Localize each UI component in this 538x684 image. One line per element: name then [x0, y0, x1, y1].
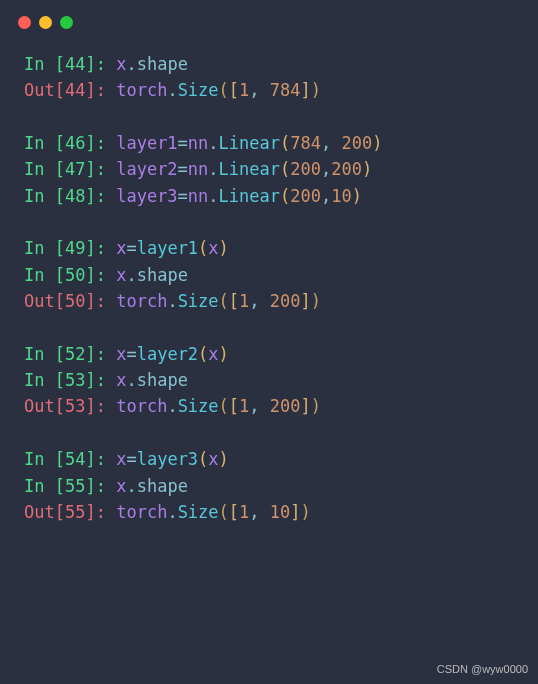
comma: ,: [321, 186, 331, 206]
code-line: Out[55]: torch.Size([1, 10]): [24, 499, 514, 525]
prompt-number: 44: [65, 54, 85, 74]
bracket: ]: [85, 476, 95, 496]
eq: =: [126, 449, 136, 469]
out-prompt: Out: [24, 80, 55, 100]
torch: torch: [116, 80, 167, 100]
comma: ,: [249, 80, 269, 100]
torch: torch: [116, 396, 167, 416]
var-x: x: [116, 344, 126, 364]
bracket: [: [55, 265, 65, 285]
bracket: [: [229, 291, 239, 311]
code-line: Out[53]: torch.Size([1, 200]): [24, 393, 514, 419]
prompt-number: 55: [65, 476, 85, 496]
var-x: x: [116, 476, 126, 496]
size-call: Size: [178, 291, 219, 311]
in-prompt: In: [24, 344, 55, 364]
eq: =: [178, 133, 188, 153]
size-call: Size: [178, 396, 219, 416]
close-icon[interactable]: [18, 16, 31, 29]
in-prompt: In: [24, 186, 55, 206]
colon: :: [96, 133, 116, 153]
var-x: x: [116, 238, 126, 258]
num: 200: [341, 133, 372, 153]
comma: ,: [321, 133, 341, 153]
code-content: In [44]: x.shape Out[44]: torch.Size([1,…: [0, 51, 538, 525]
colon: :: [96, 54, 116, 74]
torch: torch: [116, 291, 167, 311]
colon: :: [96, 476, 116, 496]
dot: .: [167, 80, 177, 100]
terminal-window: In [44]: x.shape Out[44]: torch.Size([1,…: [0, 0, 538, 525]
bracket: ]: [85, 54, 95, 74]
dot: .: [167, 502, 177, 522]
prompt-number: 52: [65, 344, 85, 364]
in-prompt: In: [24, 159, 55, 179]
var-layer3: layer3: [116, 186, 177, 206]
num: 10: [270, 502, 290, 522]
watermark: CSDN @wyw0000: [437, 661, 528, 678]
bracket: [: [55, 449, 65, 469]
code-line: In [52]: x=layer2(x): [24, 341, 514, 367]
dot: .: [126, 265, 136, 285]
var-x: x: [208, 449, 218, 469]
colon: :: [96, 238, 116, 258]
bracket: [: [55, 54, 65, 74]
attr-shape: shape: [137, 265, 188, 285]
code-line: In [55]: x.shape: [24, 473, 514, 499]
dot: .: [126, 476, 136, 496]
paren: (: [280, 186, 290, 206]
blank-line: [24, 314, 514, 340]
prompt-number: 53: [65, 396, 85, 416]
var-x: x: [116, 370, 126, 390]
prompt-number: 47: [65, 159, 85, 179]
in-prompt: In: [24, 449, 55, 469]
bracket: ]: [301, 291, 311, 311]
colon: :: [96, 502, 116, 522]
bracket: [: [229, 396, 239, 416]
colon: :: [96, 344, 116, 364]
num: 1: [239, 502, 249, 522]
dot: .: [126, 54, 136, 74]
attr-shape: shape: [137, 476, 188, 496]
minimize-icon[interactable]: [39, 16, 52, 29]
paren: (: [219, 396, 229, 416]
colon: :: [96, 265, 116, 285]
bracket: ]: [85, 238, 95, 258]
colon: :: [96, 370, 116, 390]
num: 10: [331, 186, 351, 206]
num: 200: [290, 159, 321, 179]
maximize-icon[interactable]: [60, 16, 73, 29]
paren: ): [362, 159, 372, 179]
linear: Linear: [219, 186, 280, 206]
blank-line: [24, 420, 514, 446]
paren: (: [280, 133, 290, 153]
code-line: Out[44]: torch.Size([1, 784]): [24, 77, 514, 103]
nn: nn: [188, 159, 208, 179]
colon: :: [96, 159, 116, 179]
num: 784: [270, 80, 301, 100]
colon: :: [96, 396, 116, 416]
paren: ): [352, 186, 362, 206]
paren: (: [198, 238, 208, 258]
bracket: [: [229, 502, 239, 522]
dot: .: [167, 396, 177, 416]
var-x: x: [208, 344, 218, 364]
layer-call: layer3: [137, 449, 198, 469]
bracket: ]: [85, 186, 95, 206]
attr-shape: shape: [137, 370, 188, 390]
dot: .: [208, 159, 218, 179]
num: 1: [239, 291, 249, 311]
dot: .: [126, 370, 136, 390]
paren: (: [219, 80, 229, 100]
bracket: [: [55, 396, 65, 416]
linear: Linear: [219, 159, 280, 179]
paren: ): [301, 502, 311, 522]
code-line: In [53]: x.shape: [24, 367, 514, 393]
var-x: x: [116, 265, 126, 285]
num: 200: [290, 186, 321, 206]
dot: .: [167, 291, 177, 311]
paren: ): [311, 396, 321, 416]
eq: =: [126, 344, 136, 364]
nn: nn: [188, 186, 208, 206]
eq: =: [126, 238, 136, 258]
